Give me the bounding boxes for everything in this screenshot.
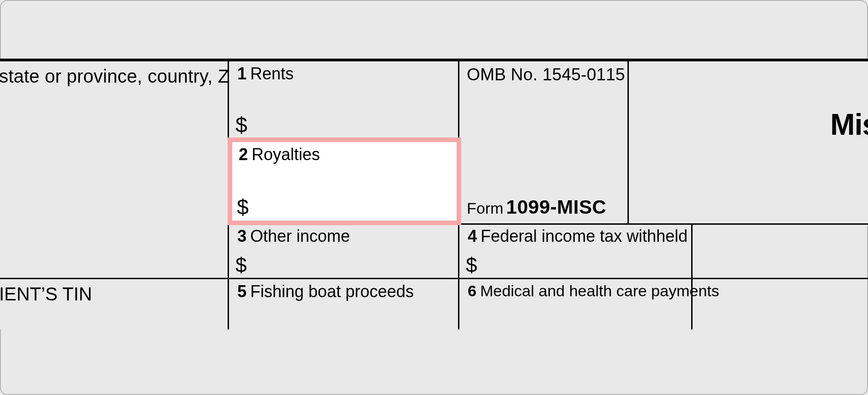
box-1-text: Rents: [250, 64, 294, 83]
box-5-text: Fishing boat proceeds: [250, 282, 414, 301]
recipient-tin-fragment-cell: IENT’S TIN: [0, 278, 229, 329]
box-1-number: 1: [237, 64, 247, 83]
row-5-6-right-stub: [691, 278, 868, 329]
box-3-label: 3Other income: [237, 227, 350, 246]
box-3-dollar: $: [235, 254, 247, 277]
form-viewport: state or province, country, ZIP 1Rents $…: [0, 0, 868, 395]
box-6-medical-payments[interactable]: 6Medical and health care payments: [458, 278, 693, 329]
box-1-dollar: $: [235, 113, 247, 138]
box-3-number: 3: [237, 227, 247, 245]
box-5-fishing-boat-proceeds[interactable]: 5Fishing boat proceeds: [228, 278, 459, 329]
omb-number: OMB No. 1545-0115: [467, 65, 625, 84]
form-word: Form: [467, 199, 503, 217]
payer-address-fragment: state or province, country, ZIP: [0, 66, 247, 87]
box-5-label: 5Fishing boat proceeds: [237, 282, 414, 301]
box-1-rents[interactable]: 1Rents $: [228, 59, 459, 142]
box-4-dollar: $: [466, 254, 477, 277]
form-title-fragment: Mis: [830, 108, 868, 142]
box-2-text: Royalties: [252, 145, 320, 164]
recipient-tin-fragment: IENT’S TIN: [0, 284, 92, 305]
box-3-text: Other income: [250, 227, 350, 245]
box-3-other-income[interactable]: 3Other income $: [228, 223, 459, 279]
box-1-label: 1Rents: [237, 64, 294, 84]
row-3-4-right-stub: [691, 223, 868, 279]
box-6-text: Medical and health care payments: [480, 282, 719, 299]
box-4-label: 4Federal income tax withheld: [468, 227, 687, 246]
box-5-number: 5: [237, 282, 247, 301]
box-2-number: 2: [239, 145, 248, 164]
box-6-label: 6Medical and health care payments: [468, 282, 719, 300]
box-2-royalties: 2Royalties $: [232, 142, 457, 221]
form-title-fragment-area: Mis: [629, 59, 868, 226]
box-2-label: 2Royalties: [239, 145, 320, 164]
box-4-text: Federal income tax withheld: [481, 227, 687, 245]
box-2-royalties-highlight[interactable]: 2Royalties $: [228, 138, 461, 225]
box-4-federal-tax-withheld[interactable]: 4Federal income tax withheld $: [458, 223, 693, 279]
omb-form-box: OMB No. 1545-0115 Form1099-MISC: [458, 59, 629, 226]
box-4-number: 4: [468, 227, 477, 245]
payer-address-fragment-cell: state or province, country, ZIP: [0, 59, 229, 279]
box-2-dollar: $: [237, 195, 249, 220]
box-6-number: 6: [468, 282, 476, 299]
form-identifier: Form1099-MISC: [467, 196, 606, 218]
form-number: 1099-MISC: [506, 196, 606, 218]
